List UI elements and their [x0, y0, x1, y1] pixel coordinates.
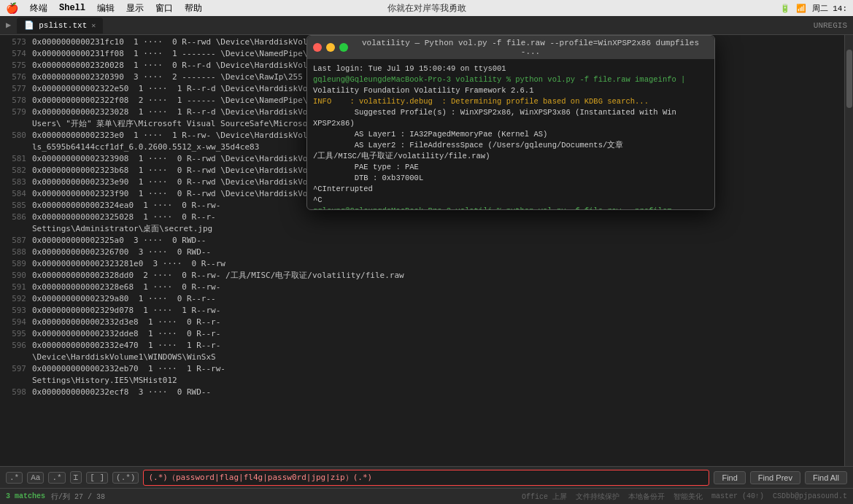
menu-help[interactable]: 帮助 — [185, 2, 202, 15]
line-number: 576 — [3, 71, 26, 83]
menu-right-status: 🔋 📶 周二 14: — [780, 3, 847, 14]
case-sensitive-toggle[interactable]: Aa — [27, 472, 44, 484]
find-prev-button[interactable]: Find Prev — [750, 471, 800, 484]
terminal-maximize-button[interactable] — [339, 43, 348, 52]
line-content: \Device\HarddiskVolume1\WINDOWS\WinSxS — [32, 352, 216, 363]
status-file-protect: 文件持续保护 — [576, 492, 620, 502]
list-item: XPSP2x86) — [313, 118, 709, 129]
list-item: /工具/MISC/电子取证/volatility/file.raw) — [313, 151, 709, 162]
line-content: 0x0000000000002325028 1 ···· 0 R--r- — [32, 212, 216, 223]
line-number: 584 — [3, 188, 26, 200]
line-content: ls_6595b64144ccf1df_6.0.2600.5512_x-ww_3… — [32, 141, 259, 153]
file-content-panel[interactable]: 5730x0000000000231fc10 1 ···· 0 R--rwd \… — [0, 35, 844, 466]
line-number: 577 — [3, 83, 26, 95]
battery-icon: 🔋 — [780, 4, 790, 13]
list-item: Volatility Foundation Volatility Framewo… — [313, 85, 709, 96]
line-content: 0x0000000000002332e470 1 ···· 1 R--r- — [32, 340, 220, 352]
regex-toggle[interactable]: .* — [6, 472, 23, 484]
table-row: Settings\History.IE5\MSHist012 — [0, 375, 844, 387]
terminal-minimize-button[interactable] — [326, 43, 335, 52]
table-row: 5980x00000000000232ecf8 3 ···· 0 RWD-- — [0, 387, 844, 398]
line-number: 575 — [3, 60, 26, 71]
space-toggle[interactable]: [ ] — [86, 472, 108, 484]
list-item: ^C — [313, 195, 709, 206]
search-input[interactable] — [143, 470, 709, 486]
table-row: 5940x0000000000002332d3e8 1 ···· 0 R--r- — [0, 317, 844, 328]
line-content: 0x000000000002326700 3 ···· 0 RWD-- — [32, 247, 211, 258]
line-number: 583 — [3, 177, 26, 188]
table-row: 5960x0000000000002332e470 1 ···· 1 R--r- — [0, 340, 844, 352]
line-content: 0x00000000002320390 3 ···· 2 ------- \De… — [32, 71, 303, 83]
line-number: 578 — [3, 95, 26, 106]
special-toggle[interactable]: ⌶ — [70, 471, 82, 484]
tab-close-button[interactable]: ✕ — [91, 21, 96, 30]
menubar: 🍎 终端 Shell 编辑 显示 窗口 帮助 你就在对岸等我勇敢 🔋 📶 周二 … — [0, 0, 853, 16]
list-item: AS Layer2 : FileAddressSpace (/Users/gql… — [313, 140, 709, 151]
status-office: Office 上屏 — [522, 492, 567, 502]
list-item: INFO : volatility.debug : Determining pr… — [313, 96, 709, 107]
statusbar: 3 matches 行/列 27 / 38 Office 上屏 文件持续保护 本… — [0, 488, 853, 504]
table-row: 5870x000000000002325a0 3 ···· 0 RWD-- — [0, 235, 844, 247]
list-item: Last login: Tue Jul 19 15:00:49 on ttys0… — [313, 63, 709, 74]
find-all-button[interactable]: Find All — [805, 471, 847, 484]
match-count: 3 matches — [6, 492, 45, 500]
line-number: 574 — [3, 48, 26, 60]
scrollbar[interactable] — [844, 35, 853, 466]
menu-shell[interactable]: Shell — [59, 3, 85, 13]
table-row: 5950x0000000000002332dde8 1 ···· 0 R--r- — [0, 328, 844, 340]
line-content: 0x0000000000002332d3e8 1 ···· 0 R--r- — [32, 317, 220, 328]
active-tab[interactable]: 📄 pslist.txt ✕ — [17, 18, 103, 34]
wifi-icon: 📶 — [796, 4, 806, 13]
line-col: 行/列 27 / 38 — [51, 492, 105, 502]
line-content: 0x000000000002329a80 1 ···· 0 R--r-- — [32, 293, 216, 305]
terminal-body[interactable]: Last login: Tue Jul 19 15:00:49 on ttys0… — [307, 59, 714, 209]
apple-menu[interactable]: 🍎 — [6, 2, 18, 15]
clock: 周二 14: — [812, 3, 847, 14]
table-row: 5900x0000000000002328dd0 2 ···· 0 R--rw-… — [0, 270, 844, 282]
tab-filename: pslist.txt — [39, 21, 87, 30]
status-left: 3 matches 行/列 27 / 38 — [6, 492, 105, 502]
status-beautify: 智能美化 — [673, 492, 703, 502]
line-number: 591 — [3, 282, 26, 293]
terminal-window[interactable]: volatility — Python vol.py -f file.raw -… — [306, 35, 715, 210]
list-item: gqleung@GqleungdeMacBook-Pro-3 volatilit… — [313, 74, 709, 85]
line-number: 580 — [3, 130, 26, 141]
table-row: 5860x0000000000002325028 1 ···· 0 R--r- — [0, 212, 844, 223]
line-number: 594 — [3, 317, 26, 328]
list-item: DTB : 0xb37000L — [313, 173, 709, 184]
line-content: 0x000000000002322f08 2 ···· 1 ------ \De… — [32, 95, 336, 106]
table-row: 5890x0000000000002323281e0 3 ···· 0 R--r… — [0, 258, 844, 270]
line-content: 0x0000000000002324ea0 1 ···· 0 R--rw- — [32, 200, 220, 212]
dot-toggle[interactable]: .* — [48, 472, 65, 484]
table-row: 5970x0000000000002332eb70 1 ···· 1 R--rw… — [0, 363, 844, 375]
menu-edit[interactable]: 编辑 — [97, 2, 115, 15]
line-number: 597 — [3, 363, 26, 375]
status-git: master (40↑) — [711, 492, 764, 500]
tab-left-arrow[interactable]: ▶ — [6, 20, 11, 31]
line-number: 590 — [3, 270, 26, 282]
line-content: Settings\Administrator\桌面\secret.jpg — [32, 223, 212, 235]
line-number: 593 — [3, 305, 26, 317]
line-content: 0x000000000002329d078 1 ···· 1 R--rw- — [32, 305, 220, 317]
line-number: 595 — [3, 328, 26, 340]
terminal-close-button[interactable] — [313, 43, 322, 52]
menu-display[interactable]: 显示 — [126, 2, 144, 15]
table-row: Settings\Administrator\桌面\secret.jpg — [0, 223, 844, 235]
scroll-thumb[interactable] — [846, 50, 852, 108]
list-item: PAE type : PAE — [313, 162, 709, 173]
find-button[interactable]: Find — [714, 471, 745, 484]
menu-terminal[interactable]: 终端 — [30, 2, 47, 15]
content-area: 5730x0000000000231fc10 1 ···· 0 R--rwd \… — [0, 35, 853, 466]
status-right: Office 上屏 文件持续保护 本地备份开 智能美化 master (40↑)… — [522, 492, 847, 502]
group-toggle[interactable]: (.*) — [112, 472, 139, 484]
line-number: 598 — [3, 387, 26, 398]
line-number: 585 — [3, 200, 26, 212]
status-backup: 本地备份开 — [628, 492, 665, 502]
menu-window[interactable]: 窗口 — [155, 2, 173, 15]
line-content: 0x00000000000232ecf8 3 ···· 0 RWD-- — [32, 387, 211, 398]
line-number: 589 — [3, 258, 26, 270]
list-item: ^CInterrupted — [313, 184, 709, 195]
list-item: AS Layer1 : IA32PagedMemoryPae (Kernel A… — [313, 129, 709, 140]
line-number: 588 — [3, 247, 26, 258]
table-row: 5910x0000000000002328e68 1 ···· 0 R--rw- — [0, 282, 844, 293]
